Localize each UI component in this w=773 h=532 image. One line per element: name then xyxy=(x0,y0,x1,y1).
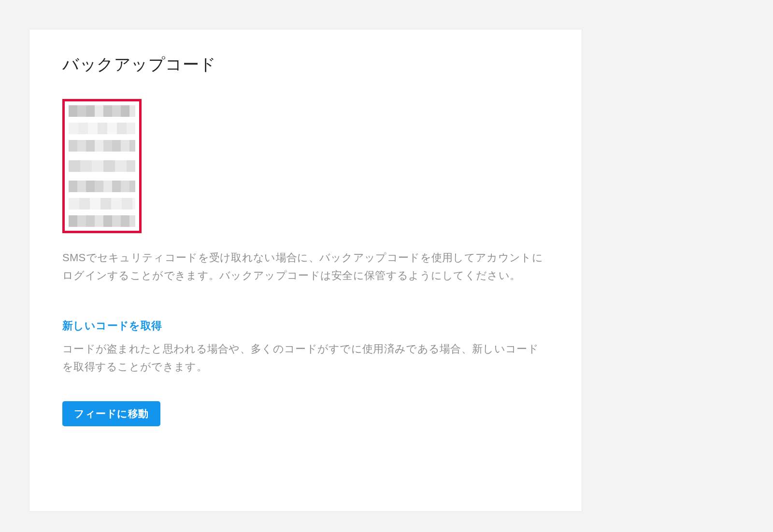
code-row-redacted xyxy=(69,215,135,227)
code-row-redacted xyxy=(69,123,135,134)
backup-codes-card: バックアップコード xyxy=(29,29,582,512)
go-to-feed-button[interactable]: フィードに移動 xyxy=(62,401,160,426)
code-row-redacted xyxy=(69,181,135,192)
get-new-codes-heading[interactable]: 新しいコードを取得 xyxy=(62,319,549,333)
backup-codes-box xyxy=(62,99,142,233)
code-row-redacted xyxy=(69,198,135,210)
code-group xyxy=(69,105,135,152)
page-title: バックアップコード xyxy=(62,54,549,76)
code-row-redacted xyxy=(69,140,135,152)
code-row-redacted xyxy=(69,105,135,117)
backup-codes-description: SMSでセキュリティコードを受け取れない場合に、バックアップコードを使用してアカ… xyxy=(62,249,549,285)
get-new-codes-text: コードが盗まれたと思われる場合や、多くのコードがすでに使用済みである場合、新しい… xyxy=(62,340,549,376)
code-group xyxy=(69,181,135,227)
code-row-redacted xyxy=(69,160,135,172)
code-group xyxy=(69,160,135,172)
